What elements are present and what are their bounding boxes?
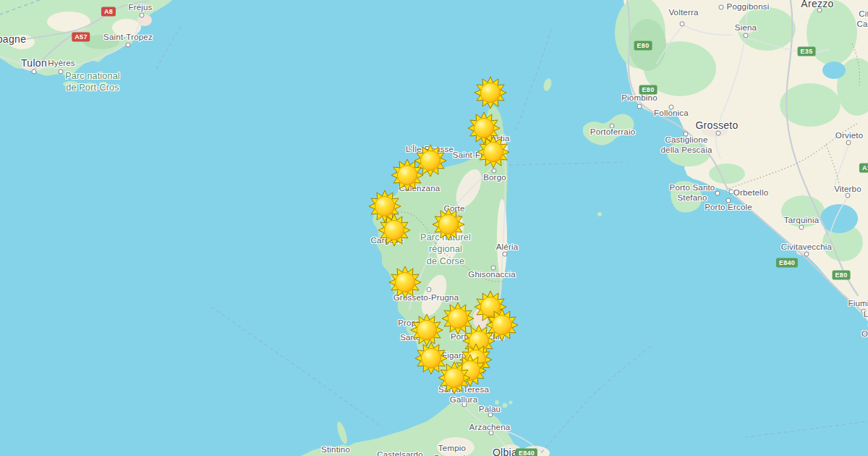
map-label-grosseto: Grosseto [695,119,738,132]
road-badge-e80-2: E80 [634,41,652,51]
sun-disc [395,272,414,292]
sun-disc [483,142,503,161]
map-label-arzachena: Arzachena [469,423,511,433]
sun-icon[interactable] [477,135,510,169]
map-label-borgo: Borgo [483,173,506,183]
road-badge-e840-6: E840 [776,258,798,268]
map-label-tulon: Tulon [21,57,47,69]
sun-disc [397,165,417,185]
map-label-castelsardo: Castelsardo [377,450,423,456]
map-label-stintino: Stintino [321,445,350,455]
map-label-civitavecchia: Civitavecchia [781,242,832,253]
map-label-follonica: Follonica [654,109,689,119]
sun-disc [438,214,458,234]
map-label-palau: Palau [479,405,501,415]
road-badge-e35-4: E35 [798,47,816,56]
road-badge-a8-0: A8 [101,7,116,17]
map-label-piombino: Piombino [621,93,658,104]
map-label-arezzo: Arezzo [801,0,833,9]
city-dot-piombino [637,104,642,109]
sun-icon[interactable] [378,214,411,247]
map-label-fr-jus: Fréjus [128,3,152,13]
map-label-citt-di-castello: Città di Castello [856,9,868,29]
map-label-orvieto: Orvieto [835,131,863,141]
sun-icon[interactable] [432,208,465,241]
map-label-fiumicino: Fiumicino [848,299,868,309]
map-label-viterbo: Viterbo [834,185,861,195]
road-badge-a57-1: A57 [72,33,90,42]
sun-disc [417,320,436,339]
road-badge-e840-8: E840 [516,449,537,456]
map-label-poggibonsi: Poggibonsi [727,2,770,12]
map-label-lido-di-ostia: Lido di Ostia [861,310,868,339]
sun-icon[interactable] [388,266,422,299]
map-label-olbia: Olbia [493,447,517,456]
map-label-siena: Siena [735,23,757,33]
sun-icon[interactable] [474,76,507,109]
map-label-tarquinia: Tarquinia [784,216,819,226]
map-label-ghisonaccia: Ghisonaccia [468,270,515,280]
map-label-saint-tropez: Saint-Tropez [103,33,153,43]
sun-disc [480,83,500,102]
montecristo-island [597,212,602,216]
map-label-porto-santo-stefano: Porto Santo Stefano [670,183,715,203]
city-dot-volterra [680,22,685,27]
lake-trasimeno [822,62,846,79]
map-label-tempio-pausania: Tempio Pausania [434,444,470,456]
city-dot-tulon [32,69,37,75]
sun-icon[interactable] [391,159,424,192]
city-dot-fr-jus [140,13,145,18]
map-label-portoferraio: Portoferraio [590,127,635,138]
map-label-castiglione-della-pescaia: Castiglione della Pescaia [660,135,712,155]
road-badge-e80-3: E80 [639,85,658,95]
map-label-al-ria: Aléria [496,242,519,253]
city-dot-poggibonsi [719,5,724,10]
map-label-porto-ercole: Porto Ercole [705,203,752,213]
road-badge-e80-7: E80 [833,271,851,280]
city-dot-porto-santo-stefano [715,191,720,196]
weather-map-canvas[interactable]: bagneTulonHyèresSaint-TropezFréjusParc n… [0,0,868,456]
map-label-hy-res: Hyères [48,59,75,69]
map-label-orbetello: Orbetello [733,188,768,198]
city-dot-grosseto [716,131,721,136]
sun-icon[interactable] [438,361,471,394]
map-label-bagne: bagne [0,33,26,46]
city-dot-hy-res [59,69,64,75]
city-dot-saint-tropez [126,43,131,48]
road-badge-a1-5: A1 [859,164,868,173]
sun-disc [444,368,464,387]
city-dot-siena [744,33,749,38]
city-dot-grosseto-prugna [427,287,432,292]
map-label-volterra: Volterra [668,8,698,18]
sun-disc [384,220,404,240]
map-label-parc-national-de-port-cros: Parc national de Port-Cros [65,70,120,94]
